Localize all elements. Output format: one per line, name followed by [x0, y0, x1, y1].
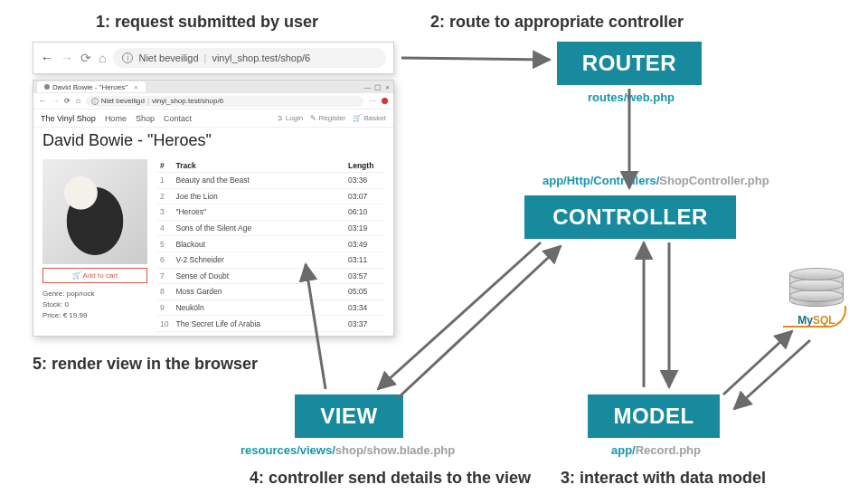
table-row: 5Blackout03:49 — [156, 236, 384, 252]
track-title: "Heroes" — [172, 204, 344, 221]
tracklist-table: # Track Length 1Beauty and the Beast03:3… — [156, 159, 384, 332]
track-title: V-2 Schneider — [172, 252, 344, 268]
extension-badge-icon[interactable] — [382, 98, 388, 104]
track-number: 9 — [156, 299, 172, 316]
controller-box: CONTROLLER — [524, 195, 736, 239]
track-length: 06:10 — [344, 204, 384, 221]
step-2-label: 2: route to appropriate controller — [430, 13, 684, 32]
svg-line-4 — [723, 331, 792, 394]
track-number: 6 — [156, 252, 172, 268]
track-length: 03:36 — [344, 173, 384, 189]
track-length: 03:57 — [344, 268, 384, 284]
not-secure-label: Niet beveiligd — [138, 52, 198, 63]
track-title: Joe the Lion — [172, 188, 344, 204]
track-number: 10 — [156, 316, 172, 332]
album-cover — [42, 159, 147, 264]
nav-basket[interactable]: 🛒 Basket — [353, 114, 386, 122]
track-number: 1 — [156, 173, 172, 189]
col-length: Length — [344, 159, 384, 173]
reload-icon[interactable]: ⟳ — [64, 97, 71, 105]
url-field[interactable]: i Niet beveiligd | vinyl_shop.test/shop/… — [113, 48, 386, 68]
table-row: 6V-2 Schneider03:11 — [156, 252, 384, 268]
url-text: vinyl_shop.test/shop/6 — [212, 52, 310, 63]
track-title: The Secret Life of Arabia — [172, 316, 344, 332]
reload-icon[interactable]: ⟳ — [80, 51, 91, 65]
maximize-icon[interactable]: ▢ — [374, 83, 382, 91]
table-row: 10The Secret Life of Arabia03:37 — [156, 316, 384, 332]
not-secure-label: Niet beveiligd — [101, 97, 145, 105]
site-brand[interactable]: The Vinyl Shop — [41, 114, 96, 123]
page-title: David Bowie - "Heroes" — [42, 131, 384, 150]
product-meta: Genre: pop/rock Stock: 0 Price: € 19.99 — [42, 289, 147, 321]
nav-contact[interactable]: Contact — [164, 114, 192, 123]
forward-icon[interactable]: → — [61, 51, 73, 65]
col-track: Track — [172, 159, 344, 173]
info-icon: i — [91, 98, 99, 105]
table-row: 3"Heroes"06:10 — [156, 204, 384, 221]
home-icon[interactable]: ⌂ — [76, 97, 80, 105]
tab-title: David Bowie - "Heroes" — [52, 83, 127, 91]
svg-line-5 — [734, 340, 810, 409]
tab-bar: David Bowie - "Heroes" × — ▢ × — [33, 81, 393, 93]
back-icon[interactable]: ← — [39, 97, 46, 105]
track-length: 03:19 — [344, 220, 384, 236]
site-navbar: The Vinyl Shop Home Shop Contact ➲ Login… — [33, 109, 393, 128]
svg-line-6 — [378, 242, 541, 389]
view-box: VIEW — [295, 394, 403, 438]
model-box: MODEL — [588, 394, 720, 438]
model-path: app/Record.php — [611, 443, 701, 457]
track-title: Blackout — [172, 236, 344, 252]
nav-login[interactable]: ➲ Login — [277, 114, 303, 122]
table-row: 1Beauty and the Beast03:36 — [156, 173, 384, 189]
browser-toolbar: ← → ⟳ ⌂ i Niet beveiligd | vinyl_shop.te… — [33, 93, 393, 109]
favicon-icon — [44, 84, 50, 90]
nav-home[interactable]: Home — [105, 114, 127, 123]
nav-register[interactable]: ✎ Register — [310, 114, 345, 122]
url-field[interactable]: i Niet beveiligd | vinyl_shop.test/shop/… — [86, 96, 363, 107]
view-path: resources/views/shop/show.blade.php — [241, 443, 455, 457]
track-title: Sense of Doubt — [172, 268, 344, 284]
track-length: 03:49 — [344, 236, 384, 252]
col-number: # — [156, 159, 172, 173]
track-number: 5 — [156, 236, 172, 252]
track-number: 4 — [156, 220, 172, 236]
back-icon[interactable]: ← — [41, 51, 53, 65]
table-row: 4Sons of the Silent Age03:19 — [156, 220, 384, 236]
home-icon[interactable]: ⌂ — [99, 51, 106, 65]
close-tab-icon[interactable]: × — [134, 83, 138, 91]
table-row: 9Neuköln03:34 — [156, 299, 384, 316]
forward-icon[interactable]: → — [52, 97, 59, 105]
track-length: 05:05 — [344, 284, 384, 300]
url-text: vinyl_shop.test/shop/6 — [152, 97, 223, 105]
track-number: 2 — [156, 188, 172, 204]
svg-line-7 — [398, 246, 561, 398]
track-number: 8 — [156, 284, 172, 300]
step-4-label: 4: controller send details to the view — [250, 469, 531, 488]
track-length: 03:11 — [344, 252, 384, 268]
step-5-label: 5: render view in the browser — [33, 355, 258, 374]
track-title: Sons of the Silent Age — [172, 220, 344, 236]
router-box: ROUTER — [557, 42, 702, 85]
browser-tab[interactable]: David Bowie - "Heroes" × — [37, 81, 146, 92]
router-path: routes/web.php — [588, 90, 675, 104]
track-length: 03:07 — [344, 188, 384, 204]
extension-icon[interactable]: ⋯ — [369, 97, 376, 105]
table-row: 8Moss Garden05:05 — [156, 284, 384, 300]
add-to-cart-button[interactable]: 🛒 Add to cart — [42, 268, 147, 283]
controller-path: app/Http/Controllers/ShopController.php — [542, 174, 769, 187]
minimize-icon[interactable]: — — [363, 83, 371, 91]
database-icon: MySQL — [787, 268, 846, 326]
close-window-icon[interactable]: × — [385, 83, 390, 91]
track-title: Moss Garden — [172, 284, 344, 300]
browser-address-bar: ← → ⟳ ⌂ i Niet beveiligd | vinyl_shop.te… — [33, 42, 394, 74]
track-length: 03:34 — [344, 299, 384, 316]
track-number: 3 — [156, 204, 172, 221]
url-separator: | — [147, 97, 149, 105]
track-length: 03:37 — [344, 316, 384, 332]
svg-line-0 — [401, 58, 550, 60]
table-row: 2Joe the Lion03:07 — [156, 188, 384, 204]
nav-shop[interactable]: Shop — [136, 114, 155, 123]
url-separator: | — [204, 52, 207, 63]
browser-window: David Bowie - "Heroes" × — ▢ × ← → ⟳ ⌂ i… — [33, 80, 394, 337]
track-title: Beauty and the Beast — [172, 173, 344, 189]
